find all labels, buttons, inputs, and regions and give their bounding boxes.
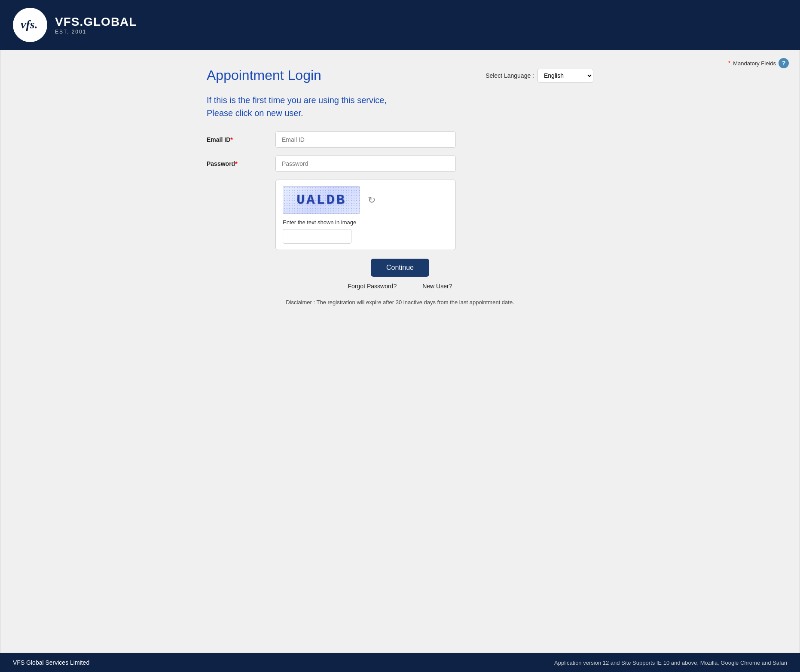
mandatory-star: * [728, 60, 730, 67]
email-label: Email ID* [207, 136, 275, 143]
title-row: Appointment Login Select Language : Engl… [207, 67, 593, 83]
form-container: Appointment Login Select Language : Engl… [207, 59, 593, 307]
disclaimer-text: Disclaimer : The registration will expir… [207, 298, 593, 307]
logo-circle: vfs. [13, 8, 47, 42]
footer-left: VFS Global Services Limited [13, 659, 89, 666]
vfs-logo-svg: vfs. [17, 12, 43, 38]
captcha-entry-label: Enter the text shown in image [283, 219, 356, 226]
captcha-image: UALDB [283, 186, 360, 214]
email-required-star: * [230, 136, 232, 143]
email-field-group: Email ID* [207, 131, 593, 148]
site-footer: VFS Global Services Limited Application … [0, 653, 800, 672]
password-input[interactable] [275, 156, 456, 172]
site-header: vfs. VFS.GLOBAL EST. 2001 [0, 0, 800, 50]
captcha-refresh-icon[interactable]: ↻ [365, 194, 378, 207]
brand-est: EST. 2001 [55, 29, 137, 35]
forgot-password-link[interactable]: Forgot Password? [348, 283, 397, 290]
links-row: Forgot Password? New User? [207, 283, 593, 290]
password-required-star: * [235, 160, 237, 167]
svg-text:vfs.: vfs. [21, 18, 38, 31]
button-row: Continue [207, 259, 593, 277]
captcha-input[interactable] [283, 229, 351, 244]
brand-text: VFS.GLOBAL EST. 2001 [55, 15, 137, 35]
language-select[interactable]: English French German Spanish Arabic [537, 69, 593, 82]
brand-name: VFS.GLOBAL [55, 15, 137, 29]
page-title: Appointment Login [207, 67, 321, 83]
captcha-right: Enter the text shown in image [283, 219, 356, 244]
password-field-group: Password* [207, 156, 593, 172]
password-label: Password* [207, 160, 275, 167]
footer-right: Application version 12 and Site Supports… [554, 660, 787, 666]
language-selector: Select Language : English French German … [485, 69, 593, 82]
main-content: * Mandatory Fields ? Appointment Login S… [0, 50, 800, 653]
mandatory-notice: * Mandatory Fields ? [728, 58, 789, 68]
form-subtitle: If this is the first time you are using … [207, 94, 593, 119]
help-icon[interactable]: ? [779, 58, 789, 68]
captcha-text: UALDB [296, 192, 347, 208]
mandatory-label: Mandatory Fields [733, 60, 776, 67]
new-user-link[interactable]: New User? [422, 283, 452, 290]
captcha-box: UALDB ↻ Enter the text shown in image [275, 180, 456, 250]
language-label: Select Language : [485, 72, 534, 79]
email-input[interactable] [275, 131, 456, 148]
continue-button[interactable]: Continue [371, 259, 429, 277]
captcha-section: UALDB ↻ Enter the text shown in image [275, 180, 593, 250]
